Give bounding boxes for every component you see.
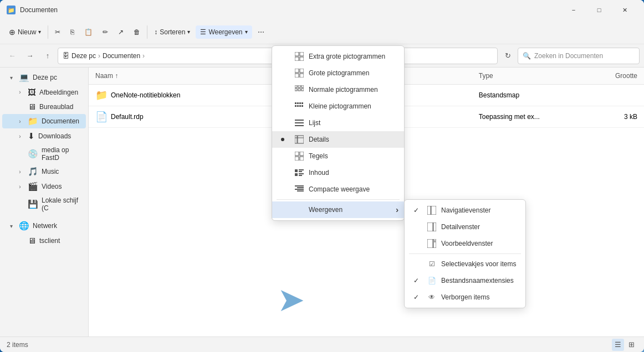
sidebar-item-deze-pc[interactable]: ▾ 💻 Deze pc — [2, 70, 86, 85]
sidebar-item-lokale-schijf[interactable]: 💾 Lokale schijf (C — [2, 194, 86, 214]
menu-tiles[interactable]: Tegels — [272, 148, 404, 164]
svg-rect-13 — [301, 89, 304, 91]
menu-inhoud[interactable]: Inhoud — [272, 164, 404, 181]
back-button[interactable]: ← — [4, 48, 20, 64]
menu-extra-large[interactable]: Extra grote pictogrammen — [272, 48, 404, 65]
expand-icon: ▾ — [7, 221, 16, 230]
sidebar-label: Documenten — [42, 117, 81, 125]
sidebar-item-music[interactable]: › 🎵 Music — [2, 164, 86, 179]
col-name-label: Naam — [95, 72, 113, 80]
view-label: Weergeven — [208, 28, 242, 36]
svg-rect-39 — [297, 187, 304, 188]
menu-list[interactable]: Lijst — [272, 115, 404, 131]
menu-label: Inhoud — [309, 169, 329, 177]
svg-rect-5 — [300, 69, 304, 73]
menu-large[interactable]: Grote pictogrammen — [272, 65, 404, 81]
sidebar-item-documenten[interactable]: › 📁 Documenten — [2, 114, 86, 128]
extra-large-icon — [294, 51, 304, 61]
expand-icon: › — [16, 167, 24, 176]
sidebar-item-downloads[interactable]: › ⬇ Downloads — [2, 129, 86, 143]
paste-button[interactable]: 📋 — [80, 25, 97, 39]
sort-button[interactable]: ↕ Sorteren ▾ — [150, 25, 195, 39]
col-name-header[interactable]: Naam ↑ — [93, 70, 283, 82]
maximize-button[interactable]: □ — [586, 0, 612, 20]
menu-weergeven[interactable]: Weergeven › ✓ Navigatievenster Det — [272, 201, 404, 218]
submenu-bestandsnaam[interactable]: ✓ 📄 Bestandsnaamextensies — [405, 272, 525, 289]
file-size-cell — [574, 93, 640, 97]
statusbar: 2 items ☰ ⊞ — [0, 337, 644, 352]
sidebar-label: Music — [42, 168, 81, 175]
submenu-label: Verborgen items — [441, 293, 489, 301]
large-icons-view-button[interactable]: ⊞ — [625, 339, 637, 351]
close-button[interactable]: ✕ — [612, 0, 637, 20]
submenu-label: Detailvenster — [441, 223, 480, 231]
copy-button[interactable]: ⎘ — [66, 25, 79, 39]
submenu-verborgen[interactable]: ✓ 👁 Verborgen items — [405, 289, 525, 306]
sort-chevron-icon: ▾ — [187, 29, 190, 35]
svg-rect-12 — [298, 89, 300, 91]
minimize-button[interactable]: − — [561, 0, 586, 20]
submenu-label: Voorbeeldvenster — [441, 240, 493, 247]
menu-label: Lijst — [309, 119, 320, 127]
paste-icon: 📋 — [84, 28, 93, 36]
submenu-voorbeeldvenster[interactable]: Voorbeeldvenster — [405, 235, 525, 252]
svg-rect-25 — [295, 136, 297, 143]
weergeven-icon — [294, 205, 304, 215]
menu-normal[interactable]: Normale pictogrammen — [272, 81, 404, 98]
submenu-detailvenster[interactable]: Detailvenster — [405, 219, 525, 235]
menu-label: Tegels — [309, 152, 328, 160]
app-icon: 📁 — [7, 6, 16, 14]
afbeeldingen-icon: 🖼 — [28, 87, 36, 97]
share-button[interactable]: ↗ — [114, 25, 128, 39]
menu-small[interactable]: Kleine pictogrammen — [272, 98, 404, 115]
col-type-header[interactable]: Type — [477, 70, 574, 82]
rename-button[interactable]: ✏ — [98, 25, 113, 39]
cut-button[interactable]: ✂ — [50, 25, 65, 39]
new-button[interactable]: ⊕ Nieuw ▾ — [4, 25, 45, 39]
window-title: Documenten — [20, 6, 556, 14]
svg-rect-6 — [295, 74, 299, 77]
menu-label: Kleine pictogrammen — [309, 102, 371, 110]
col-size-label: Grootte — [615, 72, 637, 80]
col-size-header[interactable]: Grootte — [574, 70, 640, 82]
refresh-button[interactable]: ↻ — [500, 48, 515, 64]
menu-label: Normale pictogrammen — [309, 86, 378, 94]
file-type-cell: Toepassing met ex... — [477, 111, 574, 123]
svg-rect-33 — [299, 169, 304, 170]
sidebar-item-afbeeldingen[interactable]: › 🖼 Afbeeldingen — [2, 85, 86, 99]
sidebar-item-tsclient[interactable]: 🖥 tsclient — [2, 234, 86, 247]
sidebar-label: Videos — [42, 183, 81, 190]
new-chevron-icon: ▾ — [38, 29, 41, 35]
check-verborgen: ✓ — [413, 293, 422, 301]
weergeven-dropdown: Extra grote pictogrammen Grote pictogram… — [272, 45, 405, 221]
view-button[interactable]: ☰ Weergeven ▾ — [196, 25, 252, 39]
separator-2 — [147, 25, 147, 39]
expand-icon: › — [16, 182, 24, 191]
menu-details[interactable]: Details — [272, 131, 404, 148]
delete-button[interactable]: 🗑 — [129, 25, 145, 39]
new-label: Nieuw — [18, 28, 36, 36]
music-icon: 🎵 — [28, 167, 38, 177]
svg-rect-42 — [427, 206, 431, 215]
up-button[interactable]: ↑ — [40, 48, 55, 64]
sidebar-item-media[interactable]: 💿 media op FastD — [2, 144, 86, 164]
svg-rect-34 — [299, 171, 302, 172]
search-box[interactable]: 🔍 Zoeken in Documenten — [518, 48, 640, 64]
submenu-selectievakjes[interactable]: ☑ Selectievakjes voor items — [405, 256, 525, 272]
sidebar-label: Afbeeldingen — [39, 89, 81, 96]
sidebar-item-videos[interactable]: › 🎬 Videos — [2, 179, 86, 194]
submenu-navigatievenster[interactable]: ✓ Navigatievenster — [405, 202, 525, 219]
sidebar-item-bureaublad[interactable]: 🖥 Bureaublad — [2, 100, 86, 113]
more-button[interactable]: ⋯ — [253, 25, 269, 39]
sidebar-item-netwerk[interactable]: ▾ 🌐 Netwerk — [2, 219, 86, 233]
menu-label: Details — [309, 136, 329, 143]
menu-compact[interactable]: Compacte weergave — [272, 181, 404, 198]
view-chevron-icon: ▾ — [245, 29, 248, 35]
forward-button[interactable]: → — [22, 48, 38, 64]
separator-1 — [48, 25, 48, 39]
svg-rect-7 — [300, 74, 304, 77]
svg-rect-46 — [427, 239, 433, 248]
view-icon: ☰ — [200, 28, 206, 36]
details-view-button[interactable]: ☰ — [612, 339, 624, 351]
documenten-icon: 📁 — [28, 116, 38, 126]
